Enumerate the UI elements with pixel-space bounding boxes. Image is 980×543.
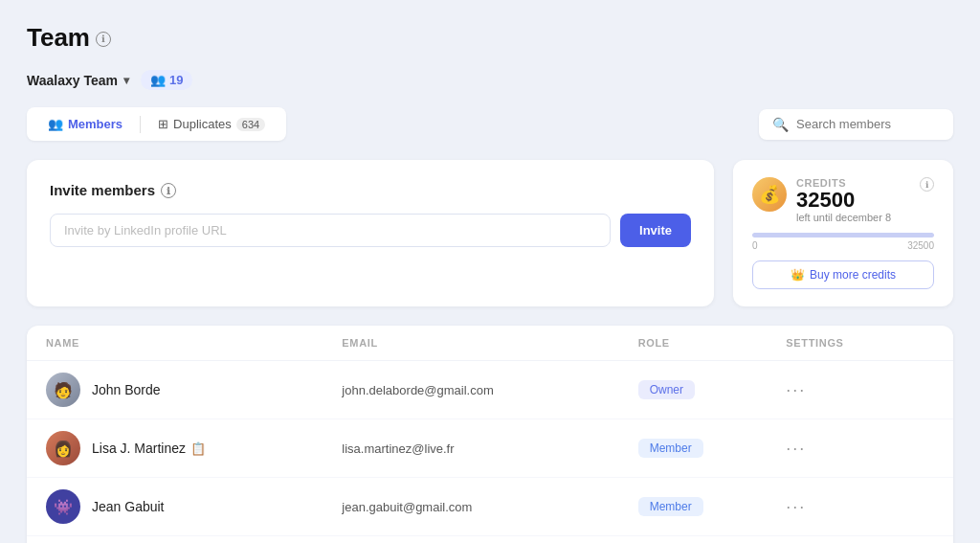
credits-header: 💰 CREDITS 32500 left until december 8 ℹ — [752, 177, 934, 223]
tabs-row: 👥 Members ⊞ Duplicates 634 🔍 — [27, 107, 953, 141]
crown-icon: 👑 — [791, 268, 805, 282]
avatar: 👩 — [46, 431, 80, 465]
duplicates-count-badge: 634 — [236, 118, 265, 131]
edit-icon: 📋 — [190, 441, 206, 456]
content-row: Invite members ℹ Invite 💰 CREDITS 32500 … — [27, 160, 953, 306]
credits-progress-bar-bg — [752, 233, 934, 238]
invite-title: Invite members ℹ — [50, 181, 691, 198]
member-settings-cell[interactable]: ··· — [786, 380, 934, 400]
invite-info-icon[interactable]: ℹ — [161, 183, 176, 198]
page-header: Team ℹ — [27, 23, 953, 53]
credits-progress-min: 0 — [752, 240, 758, 251]
table-row: 👩 Lisa J. Martinez📋 lisa.martinez@live.f… — [27, 419, 953, 478]
settings-dots[interactable]: ··· — [786, 497, 806, 516]
col-header-settings: SETTINGS — [786, 337, 934, 349]
tab-duplicates[interactable]: ⊞ Duplicates 634 — [145, 111, 278, 137]
member-name: Jean Gabuit — [92, 499, 165, 514]
buy-credits-label: Buy more credits — [810, 268, 896, 282]
avatar: 👾 — [46, 489, 80, 524]
members-tab-icon: 👥 — [48, 117, 63, 131]
member-name: Lisa J. Martinez📋 — [92, 441, 206, 456]
members-icon: 👥 — [150, 73, 166, 87]
members-tab-label: Members — [68, 117, 122, 131]
invite-title-label: Invite members — [50, 182, 155, 198]
tabs-container: 👥 Members ⊞ Duplicates 634 — [27, 107, 286, 141]
member-role-cell: Member — [638, 497, 787, 516]
settings-dots[interactable]: ··· — [786, 439, 806, 458]
page-info-icon[interactable]: ℹ — [96, 32, 111, 47]
credits-left: 💰 CREDITS 32500 left until december 8 — [752, 177, 891, 223]
avatar: 🧑 — [46, 373, 80, 407]
credits-progress-labels: 0 32500 — [752, 240, 934, 251]
invite-url-input[interactable] — [50, 214, 611, 247]
buy-credits-button[interactable]: 👑 Buy more credits — [752, 260, 934, 289]
members-table: NAME EMAIL ROLE SETTINGS 🧑 John Borde jo… — [27, 326, 953, 543]
member-name: John Borde — [92, 382, 161, 397]
member-count-badge: 👥 19 — [141, 70, 192, 90]
member-name-cell: 👩 Lisa J. Martinez📋 — [46, 431, 342, 465]
credits-progress-max: 32500 — [907, 240, 934, 251]
credits-amount: 32500 — [796, 189, 891, 212]
credits-info-icon[interactable]: ℹ — [920, 177, 934, 192]
credits-coin-icon: 💰 — [752, 177, 787, 212]
member-role-cell: Owner — [638, 380, 787, 399]
invite-form: Invite — [50, 214, 691, 247]
page-container: Team ℹ Waalaxy Team ▾ 👥 19 👥 Members ⊞ D… — [0, 0, 980, 543]
credits-text-block: CREDITS 32500 left until december 8 — [796, 177, 891, 223]
member-email: john.delaborde@gmail.com — [342, 383, 637, 397]
table-row: 👾 Nicolas Machiavel nicolasmacchiavel6@g… — [27, 536, 953, 543]
credits-progress-bar-fill — [752, 233, 934, 238]
search-box: 🔍 — [759, 109, 953, 140]
tab-members[interactable]: 👥 Members — [34, 111, 136, 137]
table-row: 🧑 John Borde john.delaborde@gmail.com Ow… — [27, 361, 953, 419]
team-name: Waalaxy Team — [27, 73, 118, 88]
role-badge: Member — [638, 497, 703, 516]
settings-dots[interactable]: ··· — [786, 380, 806, 399]
search-input[interactable] — [796, 117, 940, 131]
member-name-cell: 🧑 John Borde — [46, 373, 342, 407]
team-selector-row: Waalaxy Team ▾ 👥 19 — [27, 70, 953, 90]
table-body: 🧑 John Borde john.delaborde@gmail.com Ow… — [27, 361, 953, 543]
member-email: lisa.martinez@live.fr — [342, 441, 637, 456]
member-email: jean.gabuit@gmail.com — [342, 500, 637, 514]
role-badge: Owner — [638, 380, 695, 399]
credits-progress: 0 32500 — [752, 233, 934, 251]
page-title: Team — [27, 23, 90, 53]
duplicates-tab-label: Duplicates — [173, 117, 232, 131]
member-settings-cell[interactable]: ··· — [786, 497, 934, 517]
col-header-name: NAME — [46, 337, 342, 349]
duplicates-tab-icon: ⊞ — [158, 117, 168, 131]
col-header-email: EMAIL — [342, 337, 637, 349]
chevron-down-icon: ▾ — [123, 74, 129, 87]
team-selector[interactable]: Waalaxy Team ▾ — [27, 73, 129, 88]
member-name-cell: 👾 Jean Gabuit — [46, 489, 342, 524]
invite-button[interactable]: Invite — [620, 214, 691, 247]
member-count: 19 — [169, 73, 183, 87]
member-settings-cell[interactable]: ··· — [786, 439, 934, 459]
credits-card: 💰 CREDITS 32500 left until december 8 ℹ … — [733, 160, 953, 306]
role-badge: Member — [638, 439, 703, 458]
table-header: NAME EMAIL ROLE SETTINGS — [27, 326, 953, 361]
table-row: 👾 Jean Gabuit jean.gabuit@gmail.com Memb… — [27, 478, 953, 536]
credits-subtitle: left until december 8 — [796, 212, 891, 223]
col-header-role: ROLE — [638, 337, 787, 349]
member-role-cell: Member — [638, 439, 787, 458]
tab-divider — [140, 116, 141, 133]
search-icon: 🔍 — [772, 117, 789, 132]
invite-card: Invite members ℹ Invite — [27, 160, 714, 306]
